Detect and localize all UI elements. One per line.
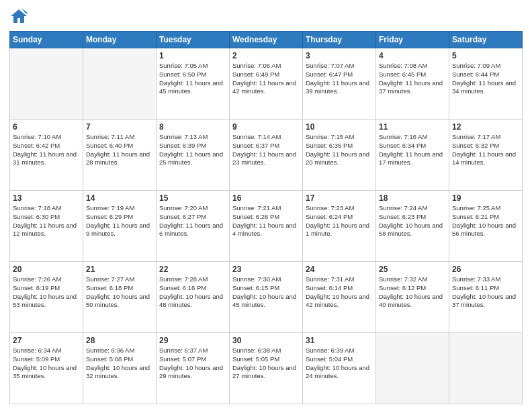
day-number: 8	[159, 122, 226, 132]
calendar-cell: 10Sunrise: 7:15 AMSunset: 6:35 PMDayligh…	[303, 120, 376, 191]
day-info: Sunrise: 7:16 AMSunset: 6:34 PMDaylight:…	[379, 133, 446, 167]
calendar-cell: 21Sunrise: 7:27 AMSunset: 6:18 PMDayligh…	[83, 262, 157, 333]
day-info: Sunrise: 7:11 AMSunset: 6:40 PMDaylight:…	[86, 133, 153, 167]
calendar-cell: 25Sunrise: 7:32 AMSunset: 6:12 PMDayligh…	[376, 262, 449, 333]
day-info: Sunrise: 7:30 AMSunset: 6:15 PMDaylight:…	[232, 275, 300, 310]
calendar-week-4: 20Sunrise: 7:26 AMSunset: 6:19 PMDayligh…	[10, 262, 523, 333]
day-number: 25	[379, 265, 446, 274]
calendar-cell: 16Sunrise: 7:21 AMSunset: 6:26 PMDayligh…	[230, 191, 303, 262]
day-header-tuesday: Tuesday	[157, 32, 230, 48]
day-info: Sunrise: 7:09 AMSunset: 6:44 PMDaylight:…	[452, 62, 519, 96]
calendar-cell	[83, 48, 157, 120]
day-info: Sunrise: 7:13 AMSunset: 6:39 PMDaylight:…	[159, 133, 226, 167]
day-number: 17	[306, 193, 373, 203]
calendar-week-1: 1Sunrise: 7:05 AMSunset: 6:50 PMDaylight…	[10, 48, 523, 120]
day-info: Sunrise: 7:14 AMSunset: 6:37 PMDaylight:…	[232, 133, 300, 167]
day-info: Sunrise: 7:07 AMSunset: 6:47 PMDaylight:…	[306, 62, 373, 96]
calendar-cell: 20Sunrise: 7:26 AMSunset: 6:19 PMDayligh…	[10, 262, 83, 333]
header	[9, 7, 523, 26]
day-info: Sunrise: 6:36 AMSunset: 5:08 PMDaylight:…	[86, 347, 153, 381]
calendar-cell	[10, 48, 83, 120]
day-number: 16	[232, 193, 300, 203]
day-number: 28	[86, 336, 153, 345]
calendar-cell: 11Sunrise: 7:16 AMSunset: 6:34 PMDayligh…	[376, 120, 449, 191]
day-info: Sunrise: 6:37 AMSunset: 5:07 PMDaylight:…	[159, 347, 226, 381]
logo	[9, 7, 31, 26]
day-header-sunday: Sunday	[10, 32, 83, 48]
day-number: 1	[159, 51, 226, 60]
day-info: Sunrise: 7:32 AMSunset: 6:12 PMDaylight:…	[379, 275, 446, 310]
calendar-cell: 4Sunrise: 7:08 AMSunset: 6:45 PMDaylight…	[376, 48, 449, 120]
calendar-cell: 1Sunrise: 7:05 AMSunset: 6:50 PMDaylight…	[157, 48, 230, 120]
day-number: 9	[232, 122, 300, 132]
day-info: Sunrise: 7:23 AMSunset: 6:24 PMDaylight:…	[306, 204, 373, 238]
calendar-cell	[449, 333, 523, 404]
calendar-week-3: 13Sunrise: 7:18 AMSunset: 6:30 PMDayligh…	[10, 191, 523, 262]
day-number: 6	[13, 122, 80, 132]
calendar-cell: 30Sunrise: 6:38 AMSunset: 5:05 PMDayligh…	[230, 333, 303, 404]
day-number: 12	[452, 122, 519, 132]
day-info: Sunrise: 7:28 AMSunset: 6:16 PMDaylight:…	[159, 275, 226, 310]
day-number: 29	[159, 336, 226, 345]
day-info: Sunrise: 7:18 AMSunset: 6:30 PMDaylight:…	[13, 204, 80, 238]
day-info: Sunrise: 7:33 AMSunset: 6:11 PMDaylight:…	[452, 275, 519, 310]
day-number: 7	[86, 122, 153, 132]
day-number: 2	[232, 51, 300, 60]
calendar-cell: 13Sunrise: 7:18 AMSunset: 6:30 PMDayligh…	[10, 191, 83, 262]
day-header-monday: Monday	[83, 32, 157, 48]
day-number: 24	[306, 265, 373, 274]
day-number: 15	[159, 193, 226, 203]
day-number: 21	[86, 265, 153, 274]
day-header-saturday: Saturday	[449, 32, 523, 48]
day-info: Sunrise: 7:15 AMSunset: 6:35 PMDaylight:…	[306, 133, 373, 167]
day-info: Sunrise: 7:10 AMSunset: 6:42 PMDaylight:…	[13, 133, 80, 167]
day-number: 3	[306, 51, 373, 60]
day-number: 20	[13, 265, 80, 274]
calendar-cell: 19Sunrise: 7:25 AMSunset: 6:21 PMDayligh…	[449, 191, 523, 262]
calendar-cell: 5Sunrise: 7:09 AMSunset: 6:44 PMDaylight…	[449, 48, 523, 120]
calendar-cell: 12Sunrise: 7:17 AMSunset: 6:32 PMDayligh…	[449, 120, 523, 191]
calendar-cell: 7Sunrise: 7:11 AMSunset: 6:40 PMDaylight…	[83, 120, 157, 191]
page: SundayMondayTuesdayWednesdayThursdayFrid…	[0, 0, 532, 411]
day-number: 27	[13, 336, 80, 345]
calendar-cell: 9Sunrise: 7:14 AMSunset: 6:37 PMDaylight…	[230, 120, 303, 191]
day-number: 31	[306, 336, 373, 345]
day-number: 18	[379, 193, 446, 203]
day-number: 10	[306, 122, 373, 132]
day-number: 19	[452, 193, 519, 203]
calendar-cell: 6Sunrise: 7:10 AMSunset: 6:42 PMDaylight…	[10, 120, 83, 191]
day-info: Sunrise: 7:21 AMSunset: 6:26 PMDaylight:…	[232, 204, 300, 238]
day-number: 23	[232, 265, 300, 274]
day-number: 4	[379, 51, 446, 60]
day-number: 22	[159, 265, 226, 274]
day-info: Sunrise: 7:24 AMSunset: 6:23 PMDaylight:…	[379, 204, 446, 238]
day-info: Sunrise: 7:19 AMSunset: 6:29 PMDaylight:…	[86, 204, 153, 238]
calendar-cell: 26Sunrise: 7:33 AMSunset: 6:11 PMDayligh…	[449, 262, 523, 333]
day-info: Sunrise: 7:27 AMSunset: 6:18 PMDaylight:…	[86, 275, 153, 310]
calendar-cell: 17Sunrise: 7:23 AMSunset: 6:24 PMDayligh…	[303, 191, 376, 262]
day-info: Sunrise: 7:20 AMSunset: 6:27 PMDaylight:…	[159, 204, 226, 238]
calendar-cell: 23Sunrise: 7:30 AMSunset: 6:15 PMDayligh…	[230, 262, 303, 333]
day-info: Sunrise: 6:34 AMSunset: 5:09 PMDaylight:…	[13, 347, 80, 381]
calendar-week-2: 6Sunrise: 7:10 AMSunset: 6:42 PMDaylight…	[10, 120, 523, 191]
calendar-cell: 18Sunrise: 7:24 AMSunset: 6:23 PMDayligh…	[376, 191, 449, 262]
calendar-week-5: 27Sunrise: 6:34 AMSunset: 5:09 PMDayligh…	[10, 333, 523, 404]
calendar-cell: 31Sunrise: 6:39 AMSunset: 5:04 PMDayligh…	[303, 333, 376, 404]
day-number: 30	[232, 336, 300, 345]
day-header-friday: Friday	[376, 32, 449, 48]
calendar-cell: 2Sunrise: 7:06 AMSunset: 6:49 PMDaylight…	[230, 48, 303, 120]
day-info: Sunrise: 7:25 AMSunset: 6:21 PMDaylight:…	[452, 204, 519, 238]
day-info: Sunrise: 7:06 AMSunset: 6:49 PMDaylight:…	[232, 62, 300, 96]
day-header-thursday: Thursday	[303, 32, 376, 48]
calendar-cell: 29Sunrise: 6:37 AMSunset: 5:07 PMDayligh…	[157, 333, 230, 404]
day-info: Sunrise: 7:05 AMSunset: 6:50 PMDaylight:…	[159, 62, 226, 96]
logo-icon	[9, 7, 28, 26]
calendar-cell: 22Sunrise: 7:28 AMSunset: 6:16 PMDayligh…	[157, 262, 230, 333]
calendar-cell: 28Sunrise: 6:36 AMSunset: 5:08 PMDayligh…	[83, 333, 157, 404]
day-number: 13	[13, 193, 80, 203]
day-number: 26	[452, 265, 519, 274]
day-number: 5	[452, 51, 519, 60]
calendar-cell: 3Sunrise: 7:07 AMSunset: 6:47 PMDaylight…	[303, 48, 376, 120]
day-info: Sunrise: 7:17 AMSunset: 6:32 PMDaylight:…	[452, 133, 519, 167]
calendar-cell: 24Sunrise: 7:31 AMSunset: 6:14 PMDayligh…	[303, 262, 376, 333]
